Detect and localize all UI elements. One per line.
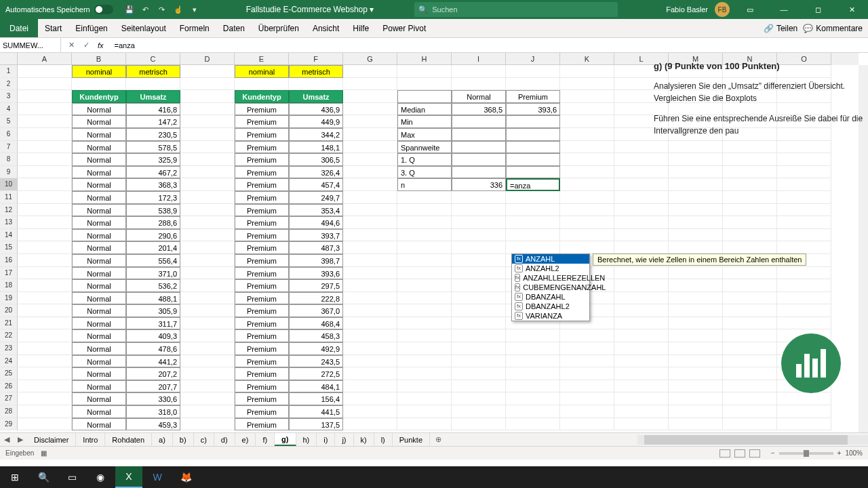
cell[interactable] [669, 292, 723, 305]
cell[interactable] [18, 103, 72, 116]
cell[interactable] [343, 166, 397, 179]
cell[interactable] [452, 292, 506, 305]
cell[interactable]: 137,5 [289, 418, 343, 431]
cell[interactable]: Normal [72, 329, 126, 342]
row-header-14[interactable]: 14 [0, 229, 18, 242]
cell[interactable] [397, 204, 452, 217]
cell[interactable]: Normal [72, 267, 126, 280]
autocomplete-item[interactable]: fxDBANZAHL2 [512, 302, 589, 311]
cell[interactable] [343, 65, 397, 78]
cell[interactable] [723, 405, 777, 418]
cell[interactable] [343, 392, 397, 405]
row-header-17[interactable]: 17 [0, 267, 18, 280]
cell[interactable] [180, 90, 235, 103]
row-header-19[interactable]: 19 [0, 292, 18, 305]
col-header-H[interactable]: H [397, 53, 452, 65]
cell[interactable] [343, 254, 397, 267]
cell[interactable]: Normal [72, 392, 126, 405]
cell[interactable] [669, 355, 723, 368]
comments-button[interactable]: 💬 Kommentare [803, 24, 863, 33]
cell[interactable]: 393,6 [506, 103, 560, 116]
cell[interactable] [614, 392, 669, 405]
cell[interactable] [18, 65, 72, 78]
cell[interactable] [343, 355, 397, 368]
cancel-formula-icon[interactable]: ✕ [65, 41, 77, 49]
row-header-21[interactable]: 21 [0, 317, 18, 330]
cell[interactable] [397, 216, 452, 229]
cell[interactable] [180, 115, 235, 128]
sheet-nav-prev-icon[interactable]: ◀ [0, 435, 14, 444]
cell[interactable] [397, 229, 452, 242]
excel-taskbar-icon[interactable]: X [115, 466, 142, 488]
cell[interactable]: 457,4 [289, 178, 343, 191]
cell[interactable]: Normal [72, 317, 126, 330]
cell[interactable] [614, 241, 669, 254]
cell[interactable] [18, 128, 72, 141]
cell[interactable] [669, 329, 723, 342]
ribbon-tab-power pivot[interactable]: Power Pivot [376, 19, 433, 37]
view-pagebreak-icon[interactable] [749, 449, 760, 458]
cell[interactable]: Normal [72, 204, 126, 217]
cell[interactable]: 441,5 [289, 405, 343, 418]
spreadsheet-grid[interactable]: ABCDEFGHIJKLMNO 123456789101112131415161… [0, 53, 868, 432]
cell[interactable] [180, 254, 235, 267]
cell[interactable] [180, 229, 235, 242]
cell[interactable] [18, 166, 72, 179]
col-header-E[interactable]: E [235, 53, 289, 65]
cell[interactable] [777, 153, 831, 166]
cell[interactable] [560, 78, 614, 91]
cell[interactable] [18, 115, 72, 128]
cell[interactable] [777, 279, 831, 292]
cell[interactable]: 290,6 [126, 229, 180, 242]
start-button[interactable]: ⊞ [1, 466, 28, 488]
cell[interactable] [669, 216, 723, 229]
cell[interactable] [560, 178, 614, 191]
cell[interactable]: 488,1 [126, 292, 180, 305]
cell[interactable] [180, 216, 235, 229]
cell[interactable] [18, 141, 72, 154]
cell[interactable] [72, 78, 126, 91]
cell[interactable] [777, 292, 831, 305]
cell[interactable] [669, 342, 723, 355]
cell[interactable] [777, 392, 831, 405]
cell[interactable] [18, 204, 72, 217]
cell[interactable] [614, 342, 669, 355]
cell[interactable]: Premium [235, 178, 289, 191]
cell[interactable] [723, 329, 777, 342]
cell[interactable] [180, 329, 235, 342]
cell[interactable] [180, 292, 235, 305]
cell[interactable]: 393,6 [289, 267, 343, 280]
cell[interactable] [560, 153, 614, 166]
row-headers[interactable]: 1234567891011121314151617181920212223242… [0, 65, 18, 430]
cell[interactable] [560, 141, 614, 154]
app-icon[interactable]: ◉ [87, 466, 114, 488]
cell[interactable] [777, 418, 831, 431]
cell[interactable] [614, 229, 669, 242]
cell[interactable] [614, 367, 669, 380]
sheet-tab[interactable]: b) [173, 433, 194, 446]
cell[interactable]: 458,3 [289, 329, 343, 342]
cell[interactable]: Premium [235, 166, 289, 179]
cell[interactable] [614, 355, 669, 368]
cell[interactable] [506, 329, 560, 342]
cell[interactable] [452, 279, 506, 292]
zoom-slider[interactable]: −+ 100% [771, 449, 863, 457]
cell[interactable]: 368,5 [452, 103, 506, 116]
cell[interactable] [452, 241, 506, 254]
cell[interactable]: 459,3 [126, 418, 180, 431]
cell[interactable] [18, 78, 72, 91]
cell[interactable] [506, 355, 560, 368]
cell[interactable] [723, 317, 777, 330]
cell[interactable]: 556,4 [126, 254, 180, 267]
cell[interactable] [669, 304, 723, 317]
cell[interactable] [777, 191, 831, 204]
cell[interactable] [723, 380, 777, 393]
cell[interactable] [506, 204, 560, 217]
cell[interactable]: Premium [235, 141, 289, 154]
row-header-18[interactable]: 18 [0, 279, 18, 292]
cell[interactable] [343, 241, 397, 254]
sheet-tab[interactable]: k) [354, 433, 374, 446]
cell[interactable] [669, 279, 723, 292]
cell[interactable]: 172,3 [126, 191, 180, 204]
cell[interactable] [560, 392, 614, 405]
